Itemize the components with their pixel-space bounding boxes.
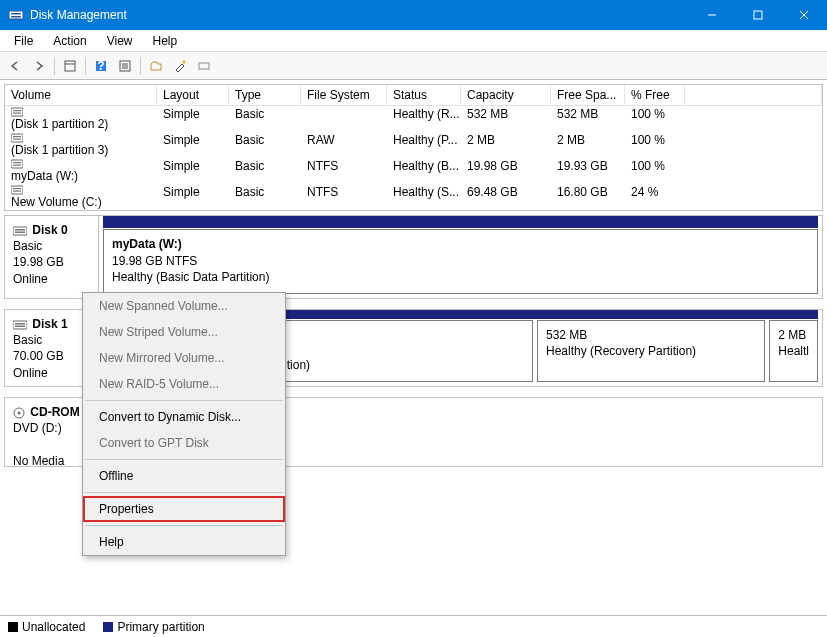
legend-primary: Primary partition [103, 620, 204, 634]
app-icon [8, 7, 24, 23]
disk-title: CD-ROM [30, 405, 79, 419]
table-row[interactable]: (Disk 1 partition 2)SimpleBasicHealthy (… [5, 106, 822, 132]
svg-rect-27 [13, 188, 21, 189]
volume-list: Volume Layout Type File System Status Ca… [4, 84, 823, 211]
menu-help[interactable]: Help [143, 32, 188, 50]
svg-rect-20 [11, 134, 23, 142]
menu-new-raid5[interactable]: New RAID-5 Volume... [83, 371, 285, 397]
svg-rect-24 [13, 162, 21, 163]
partition-small[interactable]: 2 MB Healtl [769, 320, 818, 382]
forward-button[interactable] [28, 55, 50, 77]
col-type[interactable]: Type [229, 85, 301, 105]
svg-point-15 [183, 60, 186, 63]
table-row[interactable]: myData (W:)SimpleBasicNTFSHealthy (B...1… [5, 158, 822, 184]
svg-rect-30 [15, 229, 25, 231]
svg-rect-31 [15, 231, 25, 233]
svg-rect-23 [11, 160, 23, 168]
svg-rect-21 [13, 136, 21, 137]
partition-recovery[interactable]: 532 MB Healthy (Recovery Partition) [537, 320, 765, 382]
disk-detail: DVD (D:) [13, 421, 62, 435]
disk-type: Basic [13, 333, 42, 347]
disk-band [103, 216, 818, 228]
disk-type: Basic [13, 239, 42, 253]
table-row[interactable]: (Disk 1 partition 3)SimpleBasicRAWHealth… [5, 132, 822, 158]
svg-rect-34 [15, 325, 25, 327]
menubar: File Action View Help [0, 30, 827, 52]
disk-info-0[interactable]: Disk 0 Basic 19.98 GB Online [5, 216, 99, 298]
col-filesystem[interactable]: File System [301, 85, 387, 105]
svg-rect-32 [13, 321, 27, 329]
disk-state: No Media [13, 454, 64, 468]
svg-rect-28 [13, 191, 21, 192]
svg-rect-22 [13, 139, 21, 140]
disc-icon [13, 407, 25, 419]
svg-rect-16 [199, 63, 209, 69]
menu-help[interactable]: Help [83, 529, 285, 555]
col-layout[interactable]: Layout [157, 85, 229, 105]
partition-status: Healthy (Basic Data Partition) [112, 269, 809, 285]
svg-rect-19 [13, 113, 21, 114]
list-header: Volume Layout Type File System Status Ca… [5, 85, 822, 106]
svg-rect-0 [9, 11, 23, 19]
partition-mydata[interactable]: myData (W:) 19.98 GB NTFS Healthy (Basic… [103, 229, 818, 294]
window-title: Disk Management [30, 8, 689, 22]
menu-file[interactable]: File [4, 32, 43, 50]
toolbar-panel-icon[interactable] [59, 55, 81, 77]
col-pctfree[interactable]: % Free [625, 85, 685, 105]
toolbar: ? [0, 52, 827, 80]
partition-detail: 2 MB [778, 327, 809, 343]
titlebar: Disk Management [0, 0, 827, 30]
disk-state: Online [13, 272, 48, 286]
close-button[interactable] [781, 0, 827, 30]
help-icon[interactable]: ? [90, 55, 112, 77]
svg-rect-25 [13, 165, 21, 166]
menu-convert-dynamic[interactable]: Convert to Dynamic Disk... [83, 404, 285, 430]
partition-title: myData (W:) [112, 236, 809, 252]
svg-rect-18 [13, 110, 21, 111]
disk-size: 19.98 GB [13, 255, 64, 269]
col-status[interactable]: Status [387, 85, 461, 105]
menu-properties[interactable]: Properties [83, 496, 285, 522]
toolbar-list-icon[interactable] [114, 55, 136, 77]
disk-row-0: Disk 0 Basic 19.98 GB Online myData (W:)… [4, 215, 823, 299]
svg-text:?: ? [97, 59, 104, 73]
menu-offline[interactable]: Offline [83, 463, 285, 489]
col-capacity[interactable]: Capacity [461, 85, 551, 105]
wizard-icon[interactable] [169, 55, 191, 77]
svg-rect-7 [65, 61, 75, 71]
partition-detail: 532 MB [546, 327, 756, 343]
menu-convert-gpt[interactable]: Convert to GPT Disk [83, 430, 285, 456]
legend-unallocated: Unallocated [8, 620, 85, 634]
col-freespace[interactable]: Free Spa... [551, 85, 625, 105]
menu-view[interactable]: View [97, 32, 143, 50]
open-icon[interactable] [145, 55, 167, 77]
menu-new-striped[interactable]: New Striped Volume... [83, 319, 285, 345]
back-button[interactable] [4, 55, 26, 77]
partition-status: Healtl [778, 343, 809, 359]
svg-rect-2 [11, 16, 21, 18]
svg-rect-29 [13, 227, 27, 235]
svg-rect-1 [11, 13, 21, 15]
disk-state: Online [13, 366, 48, 380]
menu-action[interactable]: Action [43, 32, 96, 50]
svg-point-36 [18, 411, 21, 414]
minimize-button[interactable] [689, 0, 735, 30]
disk-size: 70.00 GB [13, 349, 64, 363]
legend: Unallocated Primary partition [0, 615, 827, 637]
partition-detail: 19.98 GB NTFS [112, 253, 809, 269]
disk-icon [13, 320, 27, 330]
maximize-button[interactable] [735, 0, 781, 30]
table-row[interactable]: New Volume (C:)SimpleBasicNTFSHealthy (S… [5, 184, 822, 210]
menu-new-spanned[interactable]: New Spanned Volume... [83, 293, 285, 319]
disk-title: Disk 0 [32, 223, 67, 237]
svg-rect-33 [15, 323, 25, 325]
disk-icon [13, 226, 27, 236]
partition-status: Healthy (Recovery Partition) [546, 343, 756, 359]
toolbar-extra-icon[interactable] [193, 55, 215, 77]
menu-new-mirrored[interactable]: New Mirrored Volume... [83, 345, 285, 371]
col-volume[interactable]: Volume [5, 85, 157, 105]
disk-title: Disk 1 [32, 317, 67, 331]
svg-rect-17 [11, 108, 23, 116]
context-menu: New Spanned Volume... New Striped Volume… [82, 292, 286, 556]
svg-rect-26 [11, 186, 23, 194]
